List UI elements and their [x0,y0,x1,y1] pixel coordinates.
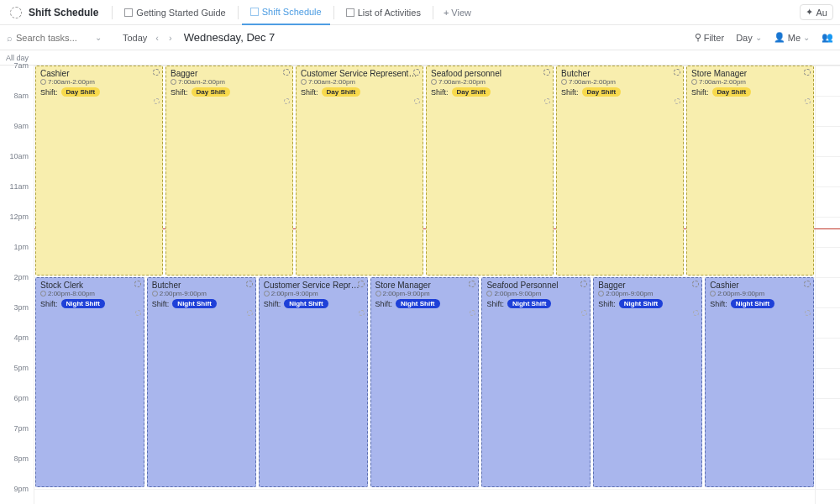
tab-getting-started[interactable]: Getting Started Guide [116,0,234,25]
sub-placeholder-icon[interactable] [675,98,680,104]
calendar-event[interactable]: Stock Clerk2:00pm-8:00pmShift:Night Shif… [35,277,144,487]
shift-tag: Day Shift [61,87,101,97]
assignee-placeholder-icon[interactable] [283,69,290,76]
day-menu[interactable]: Day⌄ [736,33,762,43]
prev-day-button[interactable]: ‹ [154,33,160,43]
event-title: Store Manager [691,69,809,78]
tab-label: Shift Schedule [262,7,322,17]
divider [433,6,433,19]
shift-label: Shift: [171,88,188,97]
clock-icon [710,291,716,297]
event-time: 7:00am-2:00pm [178,78,225,86]
workspace-icon [10,7,22,18]
search-wrap[interactable]: ⌕ ⌄ [7,33,116,43]
clock-icon [486,291,492,297]
sub-placeholder-icon[interactable] [247,310,253,316]
clock-icon [598,291,604,297]
assignee-placeholder-icon[interactable] [804,281,811,287]
hour-label: 7am [0,61,34,92]
search-input[interactable] [16,33,92,43]
calendar: All day 7am8am9am10am11am12pm1pm2pm3pm4p… [0,50,840,504]
sub-placeholder-icon[interactable] [359,310,365,316]
sub-placeholder-icon[interactable] [805,98,811,104]
event-time: 7:00am-2:00pm [569,78,616,86]
assignee-placeholder-icon[interactable] [246,281,253,287]
calendar-event[interactable]: Bagger7:00am-2:00pmShift:Day Shift [165,66,293,276]
calendar-event[interactable]: Customer Service Representative2:00pm-9:… [259,277,368,487]
shift-label: Shift: [691,88,709,97]
shift-tag: Night Shift [731,299,774,308]
sub-placeholder-icon[interactable] [284,98,290,104]
today-button[interactable]: Today [123,33,147,43]
divider [333,6,334,19]
sub-placeholder-icon[interactable] [135,310,141,316]
assignee-placeholder-icon[interactable] [692,281,699,287]
calendar-event[interactable]: Seafood Personnel2:00pm-9:00pmShift:Nigh… [481,277,591,487]
assignee-placeholder-icon[interactable] [413,69,420,76]
event-canvas[interactable]: Cashier7:00am-2:00pmShift:Day ShiftBagge… [34,66,840,504]
event-time: 2:00pm-8:00pm [48,290,95,297]
sub-placeholder-icon[interactable] [414,98,420,104]
sub-placeholder-icon[interactable] [544,98,550,104]
shift-label: Shift: [598,300,616,308]
shift-tag: Night Shift [396,299,439,308]
hour-label: 2pm [0,273,34,303]
filter-button[interactable]: ⚲Filter [695,32,724,43]
event-title: Bagger [171,69,288,78]
event-time: 2:00pm-9:00pm [383,290,430,297]
people-icon: 👥 [822,32,833,43]
automations-button[interactable]: ✦Au [800,4,833,20]
event-time: 2:00pm-9:00pm [717,290,764,297]
calendar-event[interactable]: Cashier2:00pm-9:00pmShift:Night Shift [705,277,814,487]
assignee-placeholder-icon[interactable] [804,69,811,76]
calendar-event[interactable]: Seafood personnel7:00am-2:00pmShift:Day … [426,66,554,276]
hour-label: 8am [0,92,34,122]
shift-label: Shift: [40,88,58,97]
clock-icon [375,291,381,297]
assignee-placeholder-icon[interactable] [358,281,365,287]
sub-placeholder-icon[interactable] [693,310,699,316]
event-time: 7:00am-2:00pm [308,78,355,86]
calendar-event[interactable]: Butcher2:00pm-9:00pmShift:Night Shift [147,277,256,487]
assignees-button[interactable]: 👥 [822,32,833,43]
search-icon: ⌕ [7,33,13,43]
workspace-title: Shift Schedule [29,7,98,18]
shift-label: Shift: [561,88,579,97]
sub-placeholder-icon[interactable] [581,310,587,316]
assignee-placeholder-icon[interactable] [674,69,680,76]
calendar-event[interactable]: Butcher7:00am-2:00pmShift:Day Shift [556,66,684,276]
hour-label: 6pm [0,394,34,424]
tab-label: Getting Started Guide [136,8,225,18]
shift-label: Shift: [486,300,504,308]
clock-icon [40,291,46,297]
sub-placeholder-icon[interactable] [805,310,811,316]
assignee-placeholder-icon[interactable] [134,281,141,287]
event-title: Stock Clerk [40,281,139,290]
calendar-event[interactable]: Store Manager2:00pm-9:00pmShift:Night Sh… [370,277,480,487]
event-title: Customer Service Representative [264,281,363,290]
clock-icon [301,79,307,85]
calendar-event[interactable]: Bagger2:00pm-9:00pmShift:Night Shift [593,277,702,487]
chevron-down-icon[interactable]: ⌄ [95,33,102,42]
shift-label: Shift: [431,88,449,97]
event-time: 7:00am-2:00pm [699,78,746,86]
list-icon [346,8,354,17]
next-day-button[interactable]: › [167,33,174,43]
assignee-placeholder-icon[interactable] [580,281,587,287]
add-view-button[interactable]: + View [437,8,478,18]
event-title: Butcher [152,281,251,290]
calendar-event[interactable]: Cashier7:00am-2:00pmShift:Day Shift [35,66,163,276]
event-title: Customer Service Representative [301,69,418,78]
sub-placeholder-icon[interactable] [154,98,160,104]
assignee-placeholder-icon[interactable] [153,69,160,76]
tab-list-of-activities[interactable]: List of Activities [338,0,429,25]
toolbar: ⌕ ⌄ Today ‹ › Wednesday, Dec 7 ⚲Filter D… [0,25,840,50]
assignee-placeholder-icon[interactable] [469,281,475,287]
assignee-placeholder-icon[interactable] [543,69,550,76]
me-button[interactable]: 👤Me⌄ [774,32,810,43]
hour-label: 3pm [0,303,34,333]
sub-placeholder-icon[interactable] [470,310,475,316]
calendar-event[interactable]: Customer Service Representative7:00am-2:… [296,66,423,276]
calendar-event[interactable]: Store Manager7:00am-2:00pmShift:Day Shif… [686,66,814,276]
tab-shift-schedule[interactable]: Shift Schedule [242,0,330,25]
